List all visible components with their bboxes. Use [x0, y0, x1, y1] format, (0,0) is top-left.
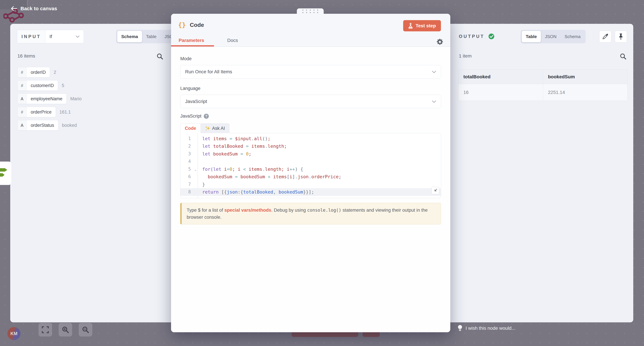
code-editor[interactable]: 1let items = $input.all();2let totalBook…: [180, 133, 441, 198]
avatar[interactable]: KM: [8, 327, 20, 340]
input-panel: INPUT If SchemaTableJSON 16 items #order…: [10, 24, 172, 322]
input-items-count: 16 items: [18, 53, 35, 59]
fold-chevron-icon[interactable]: ⌄: [194, 166, 196, 174]
expand-editor-button[interactable]: [432, 187, 439, 194]
schema-row[interactable]: AemployeeNameMario: [18, 94, 82, 104]
mode-value: Run Once for All Items: [185, 69, 232, 74]
edit-output-button[interactable]: [599, 31, 611, 42]
schema-row[interactable]: AorderStatusbooked: [18, 120, 82, 130]
line-number: 4: [180, 158, 198, 165]
pin-output-button[interactable]: [615, 31, 627, 42]
modal-drag-handle[interactable]: [297, 8, 324, 14]
wish-node-link[interactable]: I wish this node would...: [466, 326, 515, 331]
hint-code: console.log(): [307, 208, 341, 213]
string-type-icon: A: [18, 120, 27, 130]
hint-text: . Debug by using: [271, 208, 307, 213]
line-number: 7: [180, 181, 198, 188]
pin-icon: [618, 33, 624, 40]
output-cell: 16: [458, 84, 543, 101]
output-search-icon[interactable]: [620, 53, 626, 60]
code-line[interactable]: 8return [{json:{totalBooked, bookedSum}}…: [180, 188, 441, 196]
output-table: totalBookedbookedSum162251.14: [458, 70, 628, 101]
code-line[interactable]: 3let bookedSum = 0;: [180, 150, 441, 158]
back-to-canvas-button[interactable]: Back to canvas: [11, 6, 57, 12]
code-text: let totalBooked = items.length;: [198, 142, 287, 150]
editor-tab-ask-ai[interactable]: Ask AI: [200, 124, 230, 133]
success-check-icon: [488, 33, 494, 40]
schema-field-pill[interactable]: #customerID: [18, 80, 58, 91]
schema-field-pill[interactable]: #orderID: [18, 67, 50, 78]
line-number: 3: [180, 150, 198, 158]
output-label: OUTPUT: [459, 34, 484, 39]
code-line[interactable]: 5⌄for(let i=0; i < items.length; i++) {: [180, 165, 441, 173]
code-text: }: [198, 181, 205, 188]
output-view-schema[interactable]: Schema: [560, 31, 584, 42]
chevron-down-icon: [432, 70, 436, 73]
input-source-select[interactable]: INPUT If: [17, 30, 84, 43]
code-text: for(let i=0; i < items.length; i++) {: [198, 165, 303, 173]
zoom-out-button[interactable]: [79, 323, 92, 336]
schema-field-pill[interactable]: AemployeeName: [18, 94, 66, 104]
code-node-icon: {}: [178, 21, 186, 28]
editor-tab-code[interactable]: Code: [180, 124, 201, 133]
code-line[interactable]: 1let items = $input.all();: [180, 135, 441, 142]
special-vars-link[interactable]: special vars/methods: [224, 208, 271, 213]
code-line[interactable]: 4: [180, 158, 441, 165]
input-view-schema[interactable]: Schema: [117, 31, 142, 42]
fit-view-icon: [42, 326, 49, 333]
zoom-in-icon: [62, 326, 69, 334]
active-tab-underline: [171, 45, 214, 46]
code-text: return [{json:{totalBooked, bookedSum}}]…: [198, 188, 314, 196]
output-view-table[interactable]: Table: [522, 31, 541, 42]
fit-view-button[interactable]: [38, 323, 52, 336]
line-number: 6: [180, 173, 198, 181]
input-search-icon[interactable]: [156, 53, 163, 60]
code-line[interactable]: 2let totalBooked = items.length;: [180, 142, 441, 150]
chevron-down-icon: [76, 36, 80, 38]
zoom-in-button[interactable]: [59, 323, 72, 336]
test-step-button[interactable]: Test step: [403, 20, 441, 31]
back-to-canvas-label: Back to canvas: [20, 6, 57, 12]
schema-row[interactable]: #orderPrice161.1: [18, 107, 82, 117]
number-type-icon: #: [18, 80, 27, 90]
editor-label: JavaScript: [180, 114, 202, 119]
avatar-initials: KM: [10, 331, 18, 336]
schema-field-value: booked: [62, 123, 77, 128]
schema-field-name: employeeName: [27, 94, 66, 104]
output-view-json[interactable]: JSON: [541, 31, 560, 42]
number-type-icon: #: [18, 107, 27, 117]
tab-parameters[interactable]: Parameters: [178, 38, 204, 43]
help-icon[interactable]: ?: [204, 114, 209, 119]
output-column-header: bookedSum: [543, 70, 628, 84]
code-line[interactable]: 6 bookedSum = bookedSum + items[i].json.…: [180, 173, 441, 181]
output-column-header: totalBooked: [458, 70, 543, 84]
schema-field-value: 5: [62, 83, 64, 88]
zoom-out-icon: [82, 326, 89, 334]
language-select[interactable]: JavaScript: [180, 95, 441, 108]
if-node-card[interactable]: [0, 162, 12, 185]
dimmed-canvas-button-wide: [292, 332, 358, 337]
mode-select[interactable]: Run Once for All Items: [180, 65, 441, 78]
mode-label: Mode: [180, 56, 441, 62]
modal-header: {} Code Test step Parameters Docs: [171, 14, 450, 47]
language-label: Language: [180, 86, 441, 91]
code-line[interactable]: 7}: [180, 181, 441, 188]
gear-icon[interactable]: [436, 38, 443, 45]
code-text: [198, 158, 202, 165]
input-view-table[interactable]: Table: [142, 31, 160, 42]
schema-row[interactable]: #customerID5: [18, 80, 82, 91]
if-node-icon: [0, 166, 10, 181]
line-number: 2: [180, 142, 198, 150]
node-title: Code: [190, 22, 204, 28]
input-schema-list: #orderID2#customerID5AemployeeNameMario#…: [18, 67, 82, 130]
expand-icon: [434, 189, 437, 192]
schema-field-pill[interactable]: AorderStatus: [18, 120, 58, 130]
number-type-icon: #: [18, 67, 27, 77]
line-number: 1: [180, 135, 198, 142]
output-panel: OUTPUT TableJSONSchema 1 item totalBooke…: [450, 24, 633, 322]
schema-field-pill[interactable]: #orderPrice: [18, 107, 56, 117]
output-table-row[interactable]: 162251.14: [458, 84, 628, 101]
schema-row[interactable]: #orderID2: [18, 67, 82, 78]
arrow-left-icon: [11, 6, 17, 11]
tab-docs[interactable]: Docs: [227, 38, 238, 43]
